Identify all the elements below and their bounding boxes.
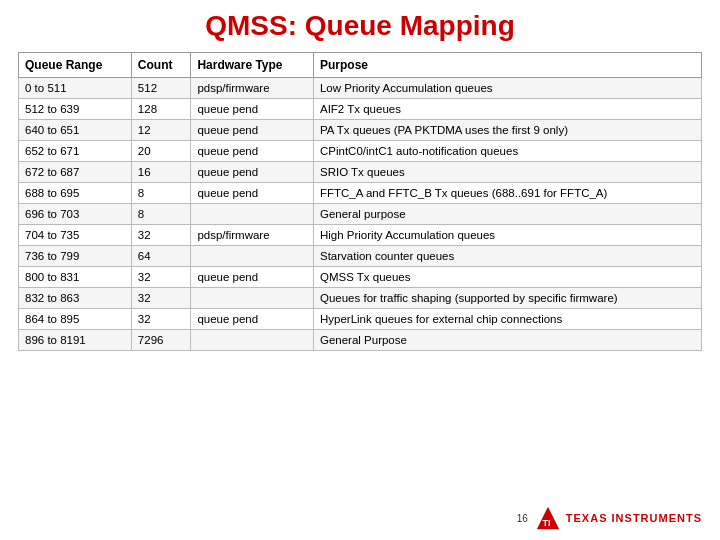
table-row: 652 to 67120queue pendCPintC0/intC1 auto… (19, 141, 702, 162)
table-cell: 8 (131, 183, 191, 204)
table-cell: Starvation counter queues (313, 246, 701, 267)
table-row: 688 to 6958queue pendFFTC_A and FFTC_B T… (19, 183, 702, 204)
table-cell: 896 to 8191 (19, 330, 132, 351)
table-cell: 688 to 695 (19, 183, 132, 204)
table-cell: pdsp/firmware (191, 78, 314, 99)
table-row: 640 to 65112queue pendPA Tx queues (PA P… (19, 120, 702, 141)
table-cell: 8 (131, 204, 191, 225)
table-cell: 16 (131, 162, 191, 183)
table-cell: FFTC_A and FFTC_B Tx queues (688..691 fo… (313, 183, 701, 204)
table-cell: 640 to 651 (19, 120, 132, 141)
table-cell: General purpose (313, 204, 701, 225)
table-cell (191, 330, 314, 351)
table-row: 896 to 81917296General Purpose (19, 330, 702, 351)
table-cell: SRIO Tx queues (313, 162, 701, 183)
table-cell: 696 to 703 (19, 204, 132, 225)
table-cell: 128 (131, 99, 191, 120)
table-cell: Low Priority Accumulation queues (313, 78, 701, 99)
table-cell: 12 (131, 120, 191, 141)
table-cell: HyperLink queues for external chip conne… (313, 309, 701, 330)
table-cell: 20 (131, 141, 191, 162)
table-cell: 832 to 863 (19, 288, 132, 309)
table-cell: AIF2 Tx queues (313, 99, 701, 120)
table-cell: 800 to 831 (19, 267, 132, 288)
table-cell: 652 to 671 (19, 141, 132, 162)
table-cell: 736 to 799 (19, 246, 132, 267)
table-cell: 512 to 639 (19, 99, 132, 120)
table-cell: 32 (131, 225, 191, 246)
table-cell: 64 (131, 246, 191, 267)
page-title: QMSS: Queue Mapping (18, 10, 702, 42)
page: QMSS: Queue Mapping Queue Range Count Ha… (0, 0, 720, 540)
table-row: 704 to 73532pdsp/firmwareHigh Priority A… (19, 225, 702, 246)
table-cell: 0 to 511 (19, 78, 132, 99)
table-cell: High Priority Accumulation queues (313, 225, 701, 246)
table-cell: 864 to 895 (19, 309, 132, 330)
table-cell: 32 (131, 288, 191, 309)
table-cell: queue pend (191, 120, 314, 141)
table-cell: 7296 (131, 330, 191, 351)
page-number: 16 (517, 513, 528, 524)
table-cell: 672 to 687 (19, 162, 132, 183)
table-row: 736 to 79964Starvation counter queues (19, 246, 702, 267)
ti-logo-text: Texas Instruments (566, 512, 702, 524)
table-row: 832 to 86332Queues for traffic shaping (… (19, 288, 702, 309)
ti-logo: TI Texas Instruments (534, 504, 702, 532)
table-cell (191, 204, 314, 225)
table-cell: 512 (131, 78, 191, 99)
table-cell: queue pend (191, 267, 314, 288)
table-cell: PA Tx queues (PA PKTDMA uses the first 9… (313, 120, 701, 141)
table-cell: queue pend (191, 99, 314, 120)
table-row: 512 to 639128queue pendAIF2 Tx queues (19, 99, 702, 120)
col-header-purpose: Purpose (313, 53, 701, 78)
table-cell: queue pend (191, 309, 314, 330)
table-row: 0 to 511512pdsp/firmwareLow Priority Acc… (19, 78, 702, 99)
table-cell: queue pend (191, 141, 314, 162)
col-header-count: Count (131, 53, 191, 78)
table-row: 672 to 68716queue pendSRIO Tx queues (19, 162, 702, 183)
svg-text:TI: TI (542, 518, 550, 528)
table-row: 864 to 89532queue pendHyperLink queues f… (19, 309, 702, 330)
table-cell: 32 (131, 309, 191, 330)
ti-logo-icon: TI (534, 504, 562, 532)
col-header-queue-range: Queue Range (19, 53, 132, 78)
table-cell (191, 288, 314, 309)
col-header-hardware-type: Hardware Type (191, 53, 314, 78)
queue-mapping-table: Queue Range Count Hardware Type Purpose … (18, 52, 702, 351)
table-cell: General Purpose (313, 330, 701, 351)
table-cell: queue pend (191, 183, 314, 204)
table-cell: 704 to 735 (19, 225, 132, 246)
table-cell: pdsp/firmware (191, 225, 314, 246)
table-cell (191, 246, 314, 267)
table-cell: Queues for traffic shaping (supported by… (313, 288, 701, 309)
table-header-row: Queue Range Count Hardware Type Purpose (19, 53, 702, 78)
table-cell: CPintC0/intC1 auto-notification queues (313, 141, 701, 162)
footer: 16 TI Texas Instruments (517, 504, 702, 532)
table-cell: 32 (131, 267, 191, 288)
table-cell: queue pend (191, 162, 314, 183)
table-row: 800 to 83132queue pendQMSS Tx queues (19, 267, 702, 288)
table-row: 696 to 7038General purpose (19, 204, 702, 225)
table-cell: QMSS Tx queues (313, 267, 701, 288)
